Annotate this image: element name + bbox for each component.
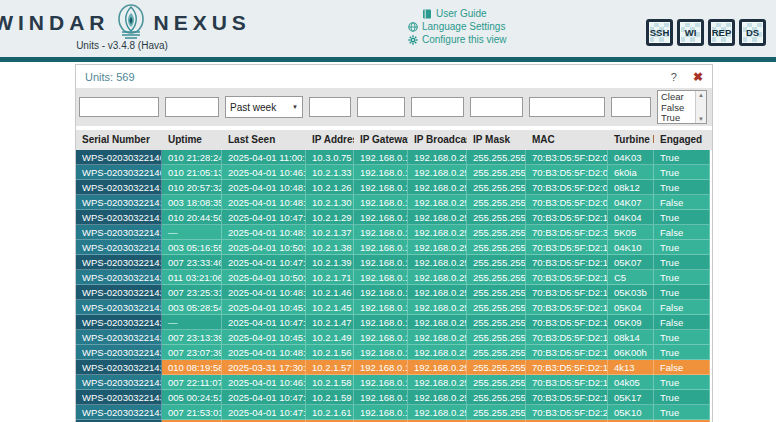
table-row[interactable]: WPS-020303221419007 23:33:462025-04-01 1… [76, 255, 712, 270]
cell: 10.2.1.61 [306, 405, 354, 420]
cell: 255.255.255.0 [467, 255, 526, 270]
cell: 70:B3:D5:5F:D2:07 [526, 165, 608, 180]
table-row[interactable]: WPS-020303221428007 23:07:392025-04-01 1… [76, 345, 712, 360]
column-header[interactable]: Last Seen [222, 130, 306, 150]
cell: 70:B3:D5:5F:D2:17 [526, 270, 608, 285]
help-icon[interactable]: ? [671, 71, 677, 83]
cell: 192.168.0.1 [354, 240, 408, 255]
cell: 08k12 [608, 180, 654, 195]
listbox-scrollbar[interactable]: ▲ ▼ [695, 91, 706, 123]
table-row[interactable]: WPS-020303221433007 21:53:012025-04-01 1… [76, 405, 712, 420]
book-icon [422, 9, 432, 19]
table-row[interactable]: WPS-020303221430007 22:11:072025-04-01 1… [76, 375, 712, 390]
turbine-id-filter-input[interactable] [611, 97, 651, 117]
table-row[interactable]: WPS-020303221429010 08:19:582025-03-31 1… [76, 360, 712, 375]
engaged-filter-listbox[interactable]: Clear False True ▲ ▼ [657, 90, 707, 124]
column-header[interactable]: Uptime [162, 130, 222, 150]
scroll-up-icon[interactable]: ▲ [698, 92, 704, 98]
configure-view-link[interactable]: Configure this view [408, 34, 506, 45]
cell: 192.168.0.1 [354, 255, 408, 270]
cell: 010 20:57:32 [162, 180, 222, 195]
rep-badge[interactable]: REP [708, 19, 735, 46]
engaged-filter-options: Clear False True [658, 91, 695, 123]
cell: True [654, 240, 710, 255]
last-seen-filter-select[interactable]: Past week ▼ [225, 96, 303, 118]
cell: 192.168.0.1 [354, 375, 408, 390]
cell: 2025-04-01 10:45:04 [222, 300, 306, 315]
uptime-filter-input[interactable] [165, 97, 219, 117]
column-header[interactable]: IP Broadcast [408, 130, 467, 150]
cell: 192.168.0.255 [408, 390, 467, 405]
ip-mask-filter-input[interactable] [470, 97, 523, 117]
serial-cell: WPS-020303221413 [76, 180, 162, 195]
table-row[interactable]: WPS-020303221426—2025-04-01 10:47:3110.2… [76, 315, 712, 330]
table-row[interactable]: WPS-020303221431005 00:24:512025-04-01 1… [76, 390, 712, 405]
table-row[interactable]: WPS-020303221427007 23:13:392025-04-01 1… [76, 330, 712, 345]
table-row[interactable]: WPS-020303221415003 18:08:352025-04-01 1… [76, 195, 712, 210]
cell: 255.255.255.0 [467, 195, 526, 210]
column-header[interactable]: IP Address [306, 130, 354, 150]
cell: 05K09 [608, 315, 654, 330]
user-guide-link[interactable]: User Guide [422, 8, 506, 19]
cell: 005 00:24:51 [162, 390, 222, 405]
cell: 192.168.0.255 [408, 165, 467, 180]
cell: 2025-04-01 10:46:48 [222, 375, 306, 390]
cell: 007 22:11:07 [162, 375, 222, 390]
serial-number-filter-input[interactable] [79, 97, 159, 117]
ip-address-filter-input[interactable] [309, 97, 351, 117]
gear-icon [408, 35, 418, 45]
filter-row: Past week ▼ Clear False True ▲ ▼ [76, 88, 712, 126]
close-icon[interactable]: ✖ [693, 70, 703, 84]
cell: 007 21:53:01 [162, 405, 222, 420]
cell: 5K05 [608, 225, 654, 240]
cell: 011 03:21:06 [162, 270, 222, 285]
cell: 4k13 [608, 360, 654, 375]
table-row[interactable]: WPS-020303221424007 23:25:312025-04-01 1… [76, 285, 712, 300]
cell: 007 23:33:46 [162, 255, 222, 270]
ip-gateway-filter-input[interactable] [357, 97, 405, 117]
cell: 255.255.255.0 [467, 285, 526, 300]
table-row[interactable]: WPS-020303221425003 05:28:542025-04-01 1… [76, 300, 712, 315]
cell: 70:B3:D5:5F:D2:12 [526, 240, 608, 255]
table-row[interactable]: WPS-020303221407010 21:05:132025-04-01 1… [76, 165, 712, 180]
table-row[interactable]: WPS-020303221423011 03:21:062025-04-01 1… [76, 270, 712, 285]
table-row[interactable]: WPS-020303221418003 05:16:552025-04-01 1… [76, 240, 712, 255]
cell: — [162, 225, 222, 240]
ssh-badge[interactable]: SSH [646, 19, 673, 46]
column-header[interactable]: IP Gateway [354, 130, 408, 150]
cell: 2025-04-01 10:50:42 [222, 240, 306, 255]
ip-broadcast-filter-input[interactable] [411, 97, 464, 117]
column-header[interactable]: Engaged [654, 130, 710, 150]
column-header[interactable]: Turbine ID [608, 130, 654, 150]
table-row[interactable]: WPS-020303221406010 21:28:242025-04-01 1… [76, 150, 712, 165]
table-row[interactable]: WPS-020303221417—2025-04-01 10:48:2810.2… [76, 225, 712, 240]
column-header[interactable]: Serial Number [76, 130, 162, 150]
ds-badge[interactable]: DS [739, 19, 766, 46]
cell: 255.255.255.0 [467, 165, 526, 180]
cell: True [654, 285, 710, 300]
cell: 010 21:05:13 [162, 165, 222, 180]
lotus-logo-icon [114, 4, 148, 42]
wi-badge[interactable]: WI [677, 19, 704, 46]
language-settings-link[interactable]: Language Settings [408, 21, 506, 32]
serial-cell: WPS-020303221433 [76, 405, 162, 420]
column-header[interactable]: IP Mask [467, 130, 526, 150]
cell: 2025-04-01 10:47:31 [222, 315, 306, 330]
cell: 04K10 [608, 240, 654, 255]
cell: 192.168.0.255 [408, 315, 467, 330]
scroll-down-icon[interactable]: ▼ [698, 116, 704, 122]
column-header[interactable]: MAC [526, 130, 608, 150]
serial-cell: WPS-020303221407 [76, 165, 162, 180]
table-row[interactable]: WPS-020303221416010 20:44:502025-04-01 1… [76, 210, 712, 225]
engaged-option-clear[interactable]: Clear [661, 92, 692, 103]
cell: 010 21:28:24 [162, 150, 222, 165]
cell: 70:B3:D5:5F:D2:1A [526, 315, 608, 330]
cell: 192.168.0.1 [354, 165, 408, 180]
table-row[interactable]: WPS-020303221413010 20:57:322025-04-01 1… [76, 180, 712, 195]
cell: True [654, 405, 710, 420]
cell: 192.168.0.1 [354, 330, 408, 345]
engaged-option-true[interactable]: True [661, 113, 692, 123]
serial-cell: WPS-020303221419 [76, 255, 162, 270]
mac-filter-input[interactable] [529, 97, 605, 117]
cell: True [654, 165, 710, 180]
